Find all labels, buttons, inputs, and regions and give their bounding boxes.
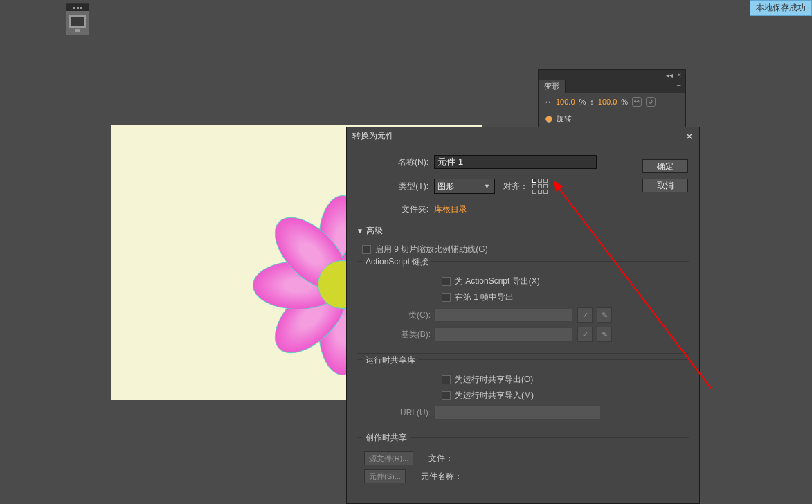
source-file-button[interactable]: 源文件(R)... [364,451,413,465]
rotate-radio[interactable] [545,116,552,123]
url-input [435,406,601,420]
link-icon[interactable]: ⚯ [632,97,642,107]
type-select[interactable]: 图形 ▼ [434,179,495,194]
folder-label: 文件夹: [357,204,434,215]
enable-9slice-row: 启用 9 切片缩放比例辅助线(G) [362,244,689,255]
monitor-icon [69,15,86,28]
width-value[interactable]: 100.0 [556,98,575,106]
export-frame1-checkbox[interactable] [442,293,451,302]
baseclass-label: 基类(B): [364,329,431,341]
convert-to-symbol-dialog: 转换为元件 ✕ 确定 取消 名称(N): 类型(T): 图形 ▼ 对齐： [346,127,700,504]
dialog-titlebar: 转换为元件 ✕ [347,127,699,145]
advanced-disclosure[interactable]: ▼ 高级 [357,225,689,237]
runtime-export-label: 为运行时共享导出(O) [455,374,533,386]
panel-menu-icon[interactable]: ≡ [673,80,685,93]
scale-row: ↔ 100.0 % ↕ 100.0 % ⚯ ↺ [539,93,685,111]
dialog-title: 转换为元件 [352,130,685,142]
dialog-buttons: 确定 取消 [642,159,688,192]
class-check-button: ✓ [577,307,593,323]
runtime-import-checkbox[interactable] [442,391,451,400]
percent-label: % [621,98,628,106]
file-label: 文件： [428,453,453,465]
type-select-value: 图形 [437,181,454,192]
runtime-export-checkbox[interactable] [442,375,451,384]
reset-icon[interactable]: ↺ [646,97,656,107]
symbol-button[interactable]: 元件(S)... [364,469,406,483]
folder-link[interactable]: 库根目录 [434,204,467,215]
folder-row: 文件夹: 库根目录 [357,204,689,215]
close-icon[interactable]: × [677,71,681,79]
rotate-label: 旋转 [557,114,572,124]
width-arrow-icon: ↔ [544,98,552,106]
enable-9slice-label: 启用 9 切片缩放比例辅助线(G) [375,244,488,255]
percent-label: % [579,98,586,106]
baseclass-check-button: ✓ [577,327,593,342]
doc-thumb-header [66,4,89,11]
author-share-fieldset: 创作时共享 源文件(R)... 文件： 元件(S)... 元件名称： [357,437,689,483]
local-save-toast: 本地保存成功 [750,0,812,16]
panel-header: ◂◂ × [539,70,685,80]
advanced-label: 高级 [366,225,383,237]
export-as-checkbox[interactable] [442,277,451,286]
triangle-down-icon: ▼ [357,227,363,235]
dialog-body: 名称(N): 类型(T): 图形 ▼ 对齐： 文件夹: 库根目录 ▼ 高级 [347,145,699,503]
runtime-shared-fieldset: 运行时共享库 为运行时共享导出(O) 为运行时共享导入(M) URL(U): [357,359,689,431]
name-row: 名称(N): [357,155,689,169]
as-legend: ActionScript 链接 [363,256,431,268]
ok-button[interactable]: 确定 [642,159,688,173]
baseclass-input [435,327,573,341]
export-frame1-label: 在第 1 帧中导出 [455,291,514,303]
height-arrow-icon: ↕ [590,98,594,106]
registration-grid[interactable] [532,179,548,194]
type-row: 类型(T): 图形 ▼ 对齐： [357,179,689,194]
name-label: 名称(N): [357,156,434,168]
cancel-button[interactable]: 取消 [642,179,688,192]
url-label: URL(U): [364,408,431,417]
class-input [435,308,573,322]
height-value[interactable]: 100.0 [598,98,617,106]
tab-transform[interactable]: 变形 [539,80,566,93]
class-label: 类(C): [364,309,431,321]
type-label: 类型(T): [357,181,434,192]
transform-panel: ◂◂ × 变形 ≡ ↔ 100.0 % ↕ 100.0 % ⚯ ↺ 旋转 [538,69,686,130]
collapse-icon[interactable]: ◂◂ [666,71,673,79]
close-icon[interactable]: ✕ [685,131,694,142]
monitor-stand [75,29,80,32]
export-as-label: 为 ActionScript 导出(X) [455,276,540,287]
actionscript-linking-fieldset: ActionScript 链接 为 ActionScript 导出(X) 在第 … [357,261,689,354]
chevron-down-icon: ▼ [482,183,491,190]
align-label: 对齐： [503,181,528,192]
runtime-legend: 运行时共享库 [363,354,418,366]
document-thumbnail[interactable] [66,3,89,35]
runtime-import-label: 为运行时共享导入(M) [455,390,534,402]
name-input[interactable] [434,155,597,169]
enable-9slice-checkbox[interactable] [362,245,371,254]
author-legend: 创作时共享 [363,432,410,444]
class-edit-button: ✎ [597,307,612,323]
baseclass-edit-button: ✎ [597,327,612,342]
panel-tabs: 变形 ≡ [539,80,685,93]
symbol-name-label: 元件名称： [421,471,462,483]
